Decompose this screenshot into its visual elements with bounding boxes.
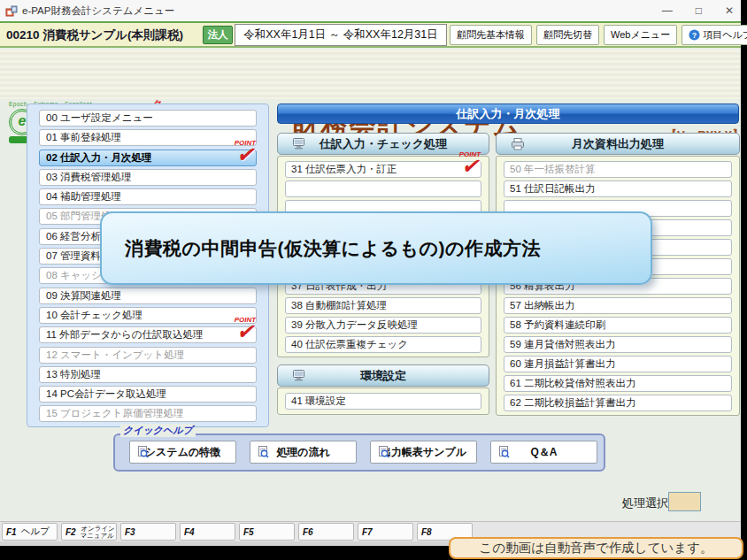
- client-info-button[interactable]: 顧問先基本情報: [450, 25, 532, 45]
- help-icon: ?: [689, 29, 700, 41]
- fkey-f5[interactable]: F5: [239, 523, 295, 541]
- menu-item-38[interactable]: 38 自動棚卸計算処理: [285, 297, 481, 314]
- web-menu-button[interactable]: Webメニュー: [604, 25, 677, 45]
- app-window: e-PAP財務会計システムメニュー — □ ✕ 00210 消費税サンプル(本則…: [0, 0, 747, 560]
- section-body-environment: 41 環境設定: [277, 387, 489, 415]
- sidebar-item-14[interactable]: 14 PC会計データ取込処理: [39, 386, 257, 403]
- process-select-label: 処理選択: [622, 495, 668, 511]
- sidebar-item-00[interactable]: 00 ユーザ設定メニュー: [39, 110, 257, 127]
- fkey-f2[interactable]: F2オンラインマニュアル: [61, 523, 117, 541]
- minimize-button[interactable]: —: [662, 0, 673, 21]
- doc-search-icon: [378, 446, 389, 458]
- section-header-environment: 環境設定: [277, 364, 489, 387]
- window-content: e-PAP財務会計システムメニュー — □ ✕ 00210 消費税サンプル(本則…: [0, 0, 741, 546]
- fkey-f7[interactable]: F7: [358, 523, 413, 541]
- close-button[interactable]: ✕: [725, 0, 734, 21]
- sidebar-item-01[interactable]: 01 事前登録処理: [39, 129, 257, 146]
- sidebar-item-13[interactable]: 13 特別処理: [39, 366, 257, 383]
- sidebar-item-11[interactable]: 11 外部データからの仕訳取込処理 POINT✔: [39, 326, 257, 343]
- output-sample-button[interactable]: 出力帳表サンプル: [370, 441, 477, 464]
- doc-search-icon: [258, 446, 269, 458]
- sidebar-item-04[interactable]: 04 補助管理処理: [39, 188, 257, 205]
- video-caption-overlay: 消費税の中間申告(仮決算によるもの)の作成方法: [100, 211, 652, 285]
- fkey-f4[interactable]: F4: [180, 523, 235, 541]
- section-header-monthly-output: 月次資料出力処理: [496, 133, 740, 155]
- sidebar-item-09[interactable]: 09 決算関連処理: [39, 288, 257, 304]
- printer-icon: [511, 138, 525, 150]
- title-bar: e-PAP財務会計システムメニュー — □ ✕: [0, 0, 741, 21]
- menu-item-57[interactable]: 57 出納帳出力: [504, 297, 732, 314]
- window-title: e-PAP財務会計システムメニュー: [22, 4, 174, 18]
- menu-item-62[interactable]: 62 二期比較損益計算書出力: [504, 395, 732, 411]
- quick-help-label: クイックヘルプ: [120, 424, 196, 437]
- brand-banner: Epoch - Extreme - Excellent e ·PAP イーパップ…: [0, 50, 741, 99]
- fkey-f3[interactable]: F3: [120, 523, 176, 541]
- system-features-button[interactable]: システムの特徴: [129, 441, 236, 464]
- menu-item-58[interactable]: 58 予約資料連続印刷: [504, 317, 732, 334]
- sidebar-item-02[interactable]: 02 仕訳入力・月次処理 POINT✔: [39, 150, 257, 166]
- menu-item-61[interactable]: 61 二期比較貸借対照表出力: [504, 375, 732, 392]
- computer-icon: [292, 370, 306, 381]
- menu-item-50: 50 年一括振替計算: [504, 161, 732, 178]
- auto-voice-note: この動画は自動音声で作成しています。: [449, 537, 743, 559]
- client-header: 00210 消費税サンプル(本則課税) 法人 令和XX年1月1日 ～ 令和XX年…: [0, 23, 741, 48]
- item-help-button[interactable]: ? 項目ヘルプ: [682, 25, 747, 45]
- menu-item-31[interactable]: 31 仕訳伝票入力・訂正 POINT✔: [285, 161, 481, 178]
- fiscal-period: 令和XX年1月1日 ～ 令和XX年12月31日: [235, 24, 447, 46]
- sidebar-item-15: 15 プロジェクト原価管理処理: [39, 405, 257, 422]
- svg-text:?: ?: [692, 31, 697, 40]
- fkey-f1[interactable]: F1ヘルプ: [2, 523, 58, 541]
- menu-item-32[interactable]: [285, 180, 481, 197]
- sidebar-item-12: 12 スマート・インプット処理: [39, 347, 257, 364]
- client-switch-button[interactable]: 顧問先切替: [536, 25, 599, 45]
- menu-item-39[interactable]: 39 分散入力データ反映処理: [285, 317, 481, 334]
- menu-item-51[interactable]: 51 仕訳日記帳出力: [504, 180, 732, 197]
- section-body-monthly-output: 50 年一括振替計算 51 仕訳日記帳出力 56 精算表出力 57 出納帳出力 …: [496, 156, 740, 416]
- menu-item-59[interactable]: 59 連月貸借対照表出力: [504, 336, 732, 353]
- corporate-badge: 法人: [203, 26, 233, 44]
- menu-item-60[interactable]: 60 連月損益計算書出力: [504, 356, 732, 372]
- app-form-icon: [5, 5, 18, 17]
- doc-search-icon: [498, 446, 510, 458]
- menu-item-40[interactable]: 40 仕訳伝票重複チェック: [285, 336, 481, 353]
- fkey-f6[interactable]: F6: [298, 523, 354, 541]
- process-flow-button[interactable]: 処理の流れ: [250, 441, 357, 464]
- section-header-journal: 仕訳入力・チェック処理: [277, 133, 489, 155]
- doc-search-icon: [137, 446, 149, 458]
- client-code: 00210 消費税サンプル(本則課税): [6, 27, 183, 43]
- process-select-input[interactable]: [668, 492, 701, 511]
- sidebar-item-03[interactable]: 03 消費税管理処理: [39, 169, 257, 186]
- sidebar-item-10[interactable]: 10 会計チェック処理: [39, 307, 257, 324]
- menu-item-41[interactable]: 41 環境設定: [285, 393, 481, 410]
- maximize-button[interactable]: □: [696, 0, 702, 21]
- category-banner: 仕訳入力・月次処理: [277, 104, 739, 124]
- qa-button[interactable]: Q＆A: [490, 441, 597, 464]
- computer-icon: [292, 138, 306, 150]
